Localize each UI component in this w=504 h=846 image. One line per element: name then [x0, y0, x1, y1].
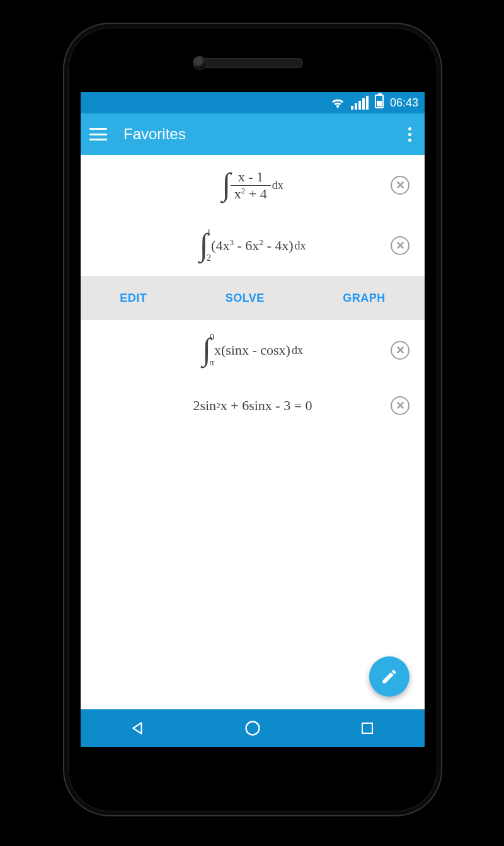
nav-recent-button[interactable] [357, 717, 378, 739]
nav-back-button[interactable] [127, 717, 149, 739]
favorites-list: ∫ x - 1 x2 + 4 dx ✕ [81, 155, 425, 709]
android-nav-bar [81, 709, 425, 747]
phone-speaker [202, 58, 303, 68]
nav-home-button[interactable] [242, 717, 263, 739]
wifi-icon [331, 97, 345, 108]
solve-button[interactable]: SOLVE [218, 287, 272, 310]
expression: 2sin2x + 6sinx - 3 = 0 [193, 397, 312, 414]
svg-rect-1 [362, 723, 372, 733]
compose-fab[interactable] [369, 656, 410, 697]
favorite-item[interactable]: ∫ x - 1 x2 + 4 dx ✕ [81, 155, 425, 215]
battery-icon [375, 94, 384, 111]
integral-icon: ∫ [222, 168, 231, 200]
expression: ∫ 1 2 (4x3 - 6x2 - 4x) dx [199, 229, 306, 263]
delete-button[interactable]: ✕ [391, 236, 410, 255]
stage: 06:43 Favorites ∫ x - 1 [0, 0, 504, 846]
triangle-back-icon [130, 720, 146, 736]
differential: dx [295, 239, 306, 253]
phone-camera [193, 56, 207, 70]
circle-home-icon [244, 719, 261, 737]
item-action-bar: EDIT SOLVE GRAPH [81, 276, 425, 320]
menu-icon[interactable] [89, 128, 107, 140]
app-bar: Favorites [81, 113, 425, 155]
graph-button[interactable]: GRAPH [335, 287, 393, 310]
phone-frame: 06:43 Favorites ∫ x - 1 [63, 23, 442, 816]
edit-button[interactable]: EDIT [112, 287, 154, 310]
svg-point-0 [246, 722, 260, 735]
fraction-denominator: x2 + 4 [231, 186, 271, 201]
more-vert-icon[interactable] [403, 127, 416, 142]
integral-icon: ∫ [199, 229, 208, 260]
page-title: Favorites [123, 125, 403, 143]
screen: 06:43 Favorites ∫ x - 1 [81, 92, 425, 747]
integral-icon: ∫ [202, 333, 211, 365]
close-icon: ✕ [396, 240, 405, 251]
expression: ∫ 0 π x(sinx - cosx) dx [202, 333, 303, 367]
differential: dx [272, 179, 284, 192]
close-icon: ✕ [396, 400, 405, 411]
pencil-icon [381, 668, 398, 685]
status-bar: 06:43 [81, 92, 425, 113]
status-time: 06:43 [390, 96, 418, 110]
favorite-item[interactable]: ∫ 0 π x(sinx - cosx) dx ✕ [81, 320, 425, 380]
fraction-numerator: x - 1 [234, 170, 267, 185]
delete-button[interactable]: ✕ [391, 176, 410, 195]
favorite-item[interactable]: ∫ 1 2 (4x3 - 6x2 - 4x) dx ✕ [81, 215, 425, 276]
close-icon: ✕ [396, 345, 405, 356]
expression: ∫ x - 1 x2 + 4 dx [222, 169, 284, 201]
square-recent-icon [360, 721, 375, 736]
favorite-item[interactable]: 2sin2x + 6sinx - 3 = 0 ✕ [81, 380, 425, 431]
delete-button[interactable]: ✕ [391, 396, 410, 415]
signal-icon [351, 96, 369, 110]
differential: dx [292, 344, 303, 357]
close-icon: ✕ [396, 180, 405, 191]
delete-button[interactable]: ✕ [391, 341, 410, 360]
